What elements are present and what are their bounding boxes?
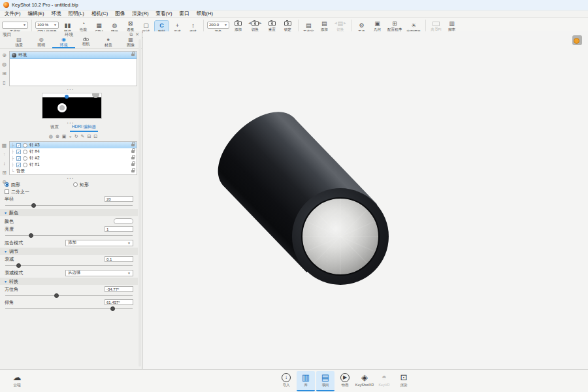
combo-value[interactable]: ▼ bbox=[2, 22, 28, 29]
menu-item[interactable]: 编辑(E) bbox=[28, 10, 44, 17]
menu-item[interactable]: 渲染(R) bbox=[132, 10, 148, 17]
pin-radio[interactable] bbox=[23, 163, 27, 167]
tab-lighting[interactable]: ◍照明 bbox=[30, 38, 52, 48]
hint-badge-icon[interactable] bbox=[572, 35, 582, 45]
pin-row[interactable]: ├✓针 #3 bbox=[10, 142, 137, 148]
pin-visibility-checkbox[interactable]: ✓ bbox=[16, 143, 21, 148]
close-icon[interactable]: ✕ bbox=[135, 32, 139, 37]
pin-visibility-checkbox[interactable]: ✓ bbox=[16, 156, 21, 161]
menu-item[interactable]: 帮助(H) bbox=[197, 10, 213, 17]
combo-value[interactable]: 200.0▼ bbox=[207, 22, 229, 29]
elevation-input[interactable]: 61.457° bbox=[105, 299, 133, 305]
editor-tab[interactable]: HDRI 编辑器 bbox=[70, 124, 98, 132]
pin-visibility-checkbox[interactable]: ✓ bbox=[16, 150, 21, 154]
menu-item[interactable]: 相机(C) bbox=[91, 10, 108, 17]
editor-tab[interactable]: 设置 bbox=[48, 124, 61, 132]
brightness-slider[interactable] bbox=[5, 233, 133, 238]
slider-knob[interactable] bbox=[29, 233, 33, 238]
slider-knob[interactable] bbox=[31, 203, 36, 208]
duplicate-pin-icon[interactable]: ⊞ bbox=[2, 170, 7, 176]
falloff-mode-select[interactable]: 从边缘▼ bbox=[65, 270, 133, 276]
folder-icon[interactable]: ⊡ bbox=[93, 134, 97, 139]
project-button[interactable]: ▤项目 bbox=[316, 371, 335, 391]
pin-radio[interactable] bbox=[23, 150, 27, 154]
pan-icon: + bbox=[176, 22, 179, 29]
delete-environment-icon[interactable]: ▯ bbox=[3, 80, 5, 86]
menu-item[interactable]: 查看(V) bbox=[156, 10, 172, 17]
move-down-icon[interactable]: ↓ bbox=[3, 161, 6, 167]
falloff-input[interactable]: 0.1 bbox=[105, 256, 133, 262]
rotate-icon[interactable]: ↻ bbox=[74, 134, 78, 139]
panel-scrollbar[interactable] bbox=[139, 39, 141, 367]
delete-pin-icon[interactable]: ▦ bbox=[2, 142, 7, 148]
elevation-slider[interactable] bbox=[5, 306, 133, 312]
cloud-button[interactable]: ☁云端 bbox=[8, 371, 26, 391]
azimuth-slider[interactable] bbox=[5, 293, 133, 299]
transform-section-header[interactable]: ▼ 转换 bbox=[0, 278, 138, 285]
radius-input[interactable]: 20 bbox=[105, 196, 133, 202]
splitter-handle[interactable]: ••• bbox=[0, 88, 142, 91]
camera-icon bbox=[284, 21, 291, 26]
keyshotxr-button[interactable]: ◈KeyShotXR bbox=[355, 371, 374, 391]
half-checkbox[interactable]: 二分之一 bbox=[5, 189, 29, 195]
pin-radio[interactable] bbox=[23, 156, 27, 161]
slider-knob[interactable] bbox=[54, 293, 59, 298]
menu-item[interactable]: 图像 bbox=[115, 10, 125, 17]
radius-slider[interactable] bbox=[5, 203, 133, 208]
slider-knob[interactable] bbox=[16, 263, 21, 268]
tab-material[interactable]: ●材质 bbox=[97, 38, 120, 48]
menu-item[interactable]: 窗口 bbox=[180, 10, 189, 17]
pin-row[interactable]: └背景 bbox=[10, 168, 137, 174]
next-arrow-icon[interactable]: ▶ bbox=[344, 22, 346, 25]
tab-camera[interactable]: 相机 bbox=[75, 38, 97, 48]
keyvr-button[interactable]: ◓KeyVR bbox=[375, 371, 393, 391]
environment-item[interactable]: 环境 bbox=[10, 52, 137, 59]
tab-scene[interactable]: ▤场景 bbox=[8, 38, 30, 48]
save-icon[interactable]: ⊟ bbox=[87, 134, 91, 139]
prev-arrow-icon[interactable]: ◀ bbox=[248, 22, 251, 25]
falloff-slider[interactable] bbox=[5, 263, 133, 269]
azimuth-input[interactable]: -34.77° bbox=[105, 286, 133, 292]
pin-row[interactable]: ├✓针 #2 bbox=[10, 155, 137, 161]
splitter-handle[interactable]: ••• bbox=[0, 176, 142, 180]
pin-light-blob[interactable] bbox=[57, 103, 67, 112]
half-sphere-icon[interactable]: ◒ bbox=[69, 134, 71, 139]
shape-rectangular-radio[interactable]: 矩形 bbox=[73, 182, 89, 188]
combo-value[interactable]: 100 %▼ bbox=[35, 22, 59, 29]
tab-environment[interactable]: ◉环境 bbox=[52, 38, 74, 48]
brightness-input[interactable]: 1 bbox=[105, 226, 133, 232]
add-pin-icon[interactable]: ⊕ bbox=[56, 134, 59, 139]
duplicate-environment-icon[interactable]: ⊞ bbox=[2, 71, 7, 76]
adjust-section-header[interactable]: ▼ 调节 bbox=[0, 248, 138, 255]
blend-mode-select[interactable]: 添加▼ bbox=[65, 240, 133, 246]
realtime-viewport[interactable] bbox=[143, 31, 588, 369]
pin-row[interactable]: ├✓针 #4 bbox=[10, 148, 137, 155]
sun-pin-icon[interactable]: ◍ bbox=[49, 134, 53, 139]
menu-item[interactable]: 照明(L) bbox=[69, 10, 84, 17]
next-arrow-icon[interactable]: ▶ bbox=[259, 22, 262, 25]
animation-button[interactable]: ▶动画 bbox=[336, 371, 354, 391]
prev-arrow-icon[interactable]: ◀ bbox=[335, 22, 337, 25]
blend-mode-label: 混合模式 bbox=[5, 240, 65, 246]
color-section-header[interactable]: ▼ 颜色 bbox=[0, 209, 138, 216]
selected-pin-handle[interactable] bbox=[65, 95, 69, 99]
import-button[interactable]: ↓导入 bbox=[277, 371, 295, 391]
color-swatch[interactable] bbox=[114, 218, 133, 224]
slider-knob[interactable] bbox=[110, 306, 115, 311]
pin-row[interactable]: ├✓针 #1 bbox=[10, 161, 137, 168]
shape-circular-radio[interactable]: 圆形 bbox=[5, 182, 73, 188]
window-title: KeyShot 10.2 Pro - untitled.bip bbox=[12, 2, 78, 8]
menu-item[interactable]: 文件(F) bbox=[5, 10, 21, 17]
library-button[interactable]: ▥库 bbox=[297, 371, 315, 391]
pin-visibility-checkbox[interactable]: ✓ bbox=[16, 163, 21, 167]
environment-sphere-icon[interactable]: ◍ bbox=[2, 61, 7, 67]
menu-item[interactable]: 环境 bbox=[52, 10, 61, 17]
edit-icon[interactable]: ✎ bbox=[81, 134, 85, 139]
pin-radio[interactable] bbox=[23, 143, 27, 148]
image-pin-icon[interactable]: ▣ bbox=[62, 134, 67, 139]
move-up-icon[interactable]: ↑ bbox=[3, 152, 6, 157]
render-button[interactable]: ⊡渲染 bbox=[395, 371, 413, 391]
pin-properties: 圆形 矩形 二分之一 半径 20 ▼ 颜色 颜色 bbox=[0, 181, 138, 312]
add-environment-icon[interactable]: ⊕ bbox=[2, 52, 7, 58]
hdri-preview[interactable] bbox=[42, 93, 102, 119]
